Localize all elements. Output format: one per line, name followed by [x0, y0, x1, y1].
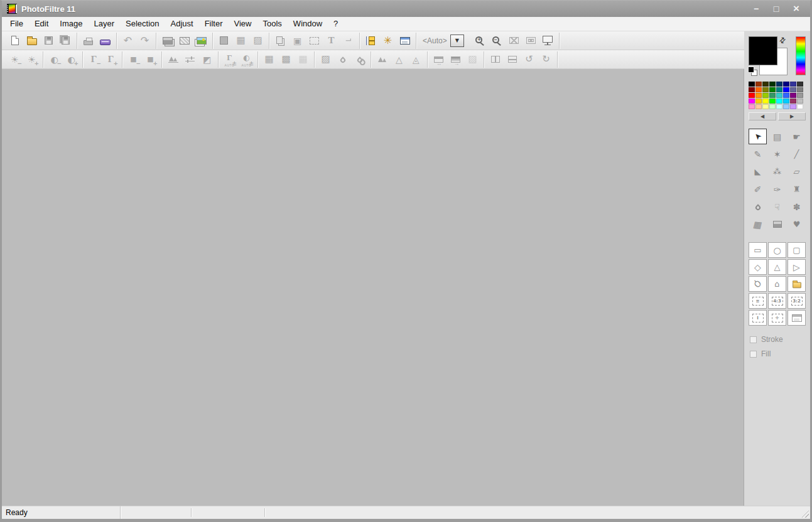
magic-wand-tool[interactable]: ✶: [768, 146, 786, 162]
line-tool[interactable]: ╱: [788, 146, 806, 162]
palette-color-21[interactable]: [783, 93, 789, 98]
full-screen-button[interactable]: [539, 33, 556, 48]
zoom-in-button[interactable]: [472, 33, 489, 48]
menu-item-selection[interactable]: Selection: [120, 17, 165, 31]
artistic-brush-tool[interactable]: ✽: [788, 199, 806, 215]
palette-color-37[interactable]: [783, 104, 789, 109]
palette-next-button[interactable]: ▶: [778, 112, 806, 120]
palette-color-6[interactable]: [790, 82, 796, 87]
palette-color-20[interactable]: [776, 93, 782, 98]
palette-color-13[interactable]: [783, 87, 789, 92]
palette-color-5[interactable]: [783, 82, 789, 87]
palette-color-9[interactable]: [755, 87, 762, 92]
eraser-tool[interactable]: ▱: [788, 164, 806, 179]
zoom-dropdown-button[interactable]: ▼: [450, 35, 464, 47]
polygon-shape[interactable]: ⌂: [768, 276, 786, 292]
smudge-tool[interactable]: ☟: [768, 199, 786, 215]
new-button[interactable]: [6, 33, 23, 48]
maximize-button[interactable]: □: [767, 2, 785, 16]
palette-color-33[interactable]: [755, 104, 762, 109]
brush-tool[interactable]: ✐: [749, 181, 767, 197]
palette-color-30[interactable]: [790, 99, 796, 104]
palette-color-7[interactable]: [797, 82, 803, 87]
selection-arrow-tool[interactable]: ➤: [749, 129, 767, 144]
palette-color-19[interactable]: [769, 93, 776, 98]
default-colors-icon[interactable]: [747, 66, 758, 77]
palette-color-18[interactable]: [762, 93, 769, 98]
palette-color-3[interactable]: [769, 82, 776, 87]
eyedropper-tool[interactable]: ✎: [749, 146, 767, 162]
palette-color-22[interactable]: [790, 93, 796, 98]
palette-color-8[interactable]: [749, 87, 755, 92]
palette-color-17[interactable]: [755, 93, 762, 98]
menu-item-image[interactable]: Image: [54, 17, 88, 31]
shape-palette-tool[interactable]: ▤: [768, 129, 786, 144]
palette-color-24[interactable]: [749, 99, 755, 104]
ellipse-shape[interactable]: ○: [768, 242, 786, 258]
menu-item-layer[interactable]: Layer: [89, 17, 121, 31]
palette-color-34[interactable]: [762, 104, 769, 109]
rounded-rectangle-shape[interactable]: ▢: [788, 242, 806, 258]
palette-color-36[interactable]: [776, 104, 782, 109]
palette-color-10[interactable]: [762, 87, 769, 92]
triangle-shape[interactable]: △: [768, 259, 786, 275]
palette-color-27[interactable]: [769, 99, 776, 104]
title-bar[interactable]: PhotoFiltre 11 −□×: [2, 1, 810, 17]
palette-prev-button[interactable]: ◀: [749, 112, 776, 120]
color-gradient-bar[interactable]: [796, 36, 806, 75]
palette-color-15[interactable]: [797, 87, 803, 92]
palette-color-35[interactable]: [769, 104, 776, 109]
palette-color-1[interactable]: [755, 82, 762, 87]
paste-as-new-button[interactable]: [193, 33, 210, 48]
menu-item-file[interactable]: File: [4, 17, 29, 31]
hand-tool[interactable]: ☛: [788, 129, 806, 144]
transform-selection-button[interactable]: ✛: [768, 310, 786, 326]
palette-color-38[interactable]: [790, 104, 796, 109]
palette-color-23[interactable]: [797, 93, 803, 98]
palette-color-31[interactable]: [797, 99, 803, 104]
menu-item-help[interactable]: ?: [328, 17, 344, 31]
menu-item-adjust[interactable]: Adjust: [165, 17, 199, 31]
palette-color-2[interactable]: [762, 82, 769, 87]
airbrush-tool[interactable]: ⁂: [768, 164, 786, 179]
diamond-shape[interactable]: ◇: [749, 259, 767, 275]
right-triangle-shape[interactable]: ▷: [788, 259, 806, 275]
advanced-brush-tool[interactable]: ✑: [768, 181, 786, 197]
close-button[interactable]: ×: [788, 2, 805, 16]
blur-tool[interactable]: [749, 199, 767, 215]
selection-lines-button[interactable]: ≡: [749, 293, 767, 309]
palette-color-11[interactable]: [769, 87, 776, 92]
palette-color-0[interactable]: [749, 82, 755, 87]
ratio-3-2-button[interactable]: 3:2: [788, 293, 806, 309]
pattern-tool[interactable]: [768, 216, 786, 232]
explorer-button[interactable]: [362, 33, 379, 48]
menu-item-filter[interactable]: Filter: [199, 17, 229, 31]
clone-stamp-tool[interactable]: ♜: [788, 181, 806, 197]
palette-color-39[interactable]: [797, 104, 803, 109]
open-button[interactable]: [23, 33, 40, 48]
nozzle-tool[interactable]: ♥: [788, 216, 806, 232]
palette-color-25[interactable]: [755, 99, 762, 104]
menu-item-window[interactable]: Window: [288, 17, 328, 31]
palette-color-29[interactable]: [783, 99, 789, 104]
palette-color-32[interactable]: [749, 104, 755, 109]
load-selection-button[interactable]: [788, 276, 806, 292]
zoom-out-button[interactable]: [489, 33, 506, 48]
fill-tool[interactable]: ◣: [749, 164, 767, 179]
rectangle-shape[interactable]: ▭: [749, 242, 767, 258]
scan-button[interactable]: [97, 33, 114, 48]
minimize-button[interactable]: −: [747, 2, 765, 16]
settings-button[interactable]: ✳: [379, 33, 396, 48]
menu-item-edit[interactable]: Edit: [29, 17, 54, 31]
foreground-color-swatch[interactable]: [749, 36, 777, 65]
palette-color-28[interactable]: [776, 99, 782, 104]
menu-item-view[interactable]: View: [229, 17, 257, 31]
manual-size-button[interactable]: I: [749, 310, 767, 326]
palette-color-14[interactable]: [790, 87, 796, 92]
palette-color-16[interactable]: [749, 93, 755, 98]
swap-colors-icon[interactable]: ⇄: [777, 35, 788, 45]
palette-color-4[interactable]: [776, 82, 782, 87]
palette-color-12[interactable]: [776, 87, 782, 92]
resize-grip[interactable]: [801, 509, 809, 518]
lasso-shape[interactable]: Ϙ: [749, 276, 767, 292]
